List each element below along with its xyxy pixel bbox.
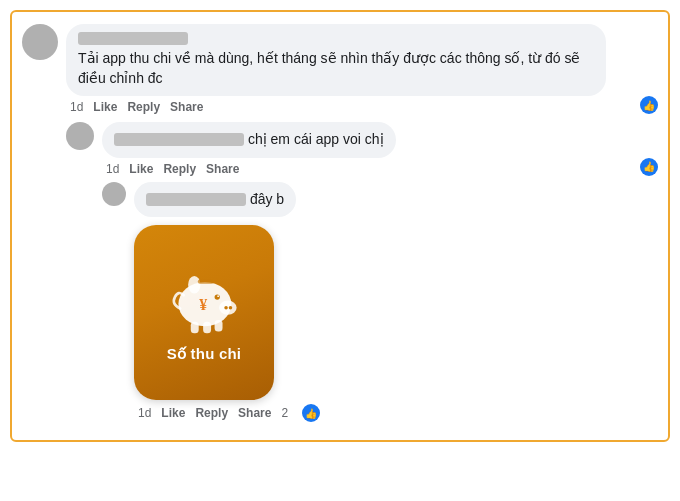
comment-content: Tải app thu chi về mà dùng, hết tháng sẽ… bbox=[66, 24, 658, 114]
share-button[interactable]: Share bbox=[170, 100, 203, 114]
reply2-text: đây b bbox=[246, 191, 284, 207]
comment-bubble: Tải app thu chi về mà dùng, hết tháng sẽ… bbox=[66, 24, 606, 96]
svg-rect-8 bbox=[203, 322, 211, 333]
reply2-time: 1d bbox=[138, 406, 151, 420]
reply-button[interactable]: Reply bbox=[127, 100, 160, 114]
action-row-wrapper: 1d Like Reply Share 👍 bbox=[66, 96, 658, 114]
reply-avatar bbox=[66, 122, 94, 150]
replies-level-1: chị em cái app voi chị 1d Like Reply Sha… bbox=[66, 122, 658, 424]
replies-level-2: đây b bbox=[102, 182, 658, 423]
svg-point-2 bbox=[224, 306, 228, 310]
reply-like-icon: 👍 bbox=[640, 158, 658, 176]
like-reaction-icon: 👍 bbox=[640, 96, 658, 114]
reply-comment-2: đây b bbox=[102, 182, 658, 423]
svg-rect-10 bbox=[198, 280, 214, 284]
svg-point-6 bbox=[217, 296, 219, 298]
reply2-username-redacted bbox=[146, 193, 246, 206]
reply-bubble: chị em cái app voi chị bbox=[102, 122, 396, 158]
comment-thread: Tải app thu chi về mà dùng, hết tháng sẽ… bbox=[22, 24, 658, 424]
reply2-like-count: 2 bbox=[281, 406, 288, 420]
svg-rect-7 bbox=[191, 322, 199, 333]
reply2-content: đây b bbox=[134, 182, 658, 423]
reply2-reply-button[interactable]: Reply bbox=[195, 406, 228, 420]
svg-point-4 bbox=[188, 276, 200, 294]
svg-rect-9 bbox=[215, 320, 223, 331]
reply-reply-button[interactable]: Reply bbox=[163, 162, 196, 176]
comment-time: 1d bbox=[70, 100, 83, 114]
reply-text: chị em cái app voi chị bbox=[244, 131, 384, 147]
reply2-share-button[interactable]: Share bbox=[238, 406, 271, 420]
reply-time: 1d bbox=[106, 162, 119, 176]
avatar bbox=[22, 24, 58, 60]
reply-action-bar: 1d Like Reply Share bbox=[106, 162, 239, 176]
svg-point-5 bbox=[215, 295, 220, 300]
piggy-bank-icon: ¥ bbox=[164, 260, 244, 335]
reply-username-redacted bbox=[114, 133, 244, 146]
reply-like-button[interactable]: Like bbox=[129, 162, 153, 176]
svg-text:¥: ¥ bbox=[199, 297, 207, 314]
reply2-like-button[interactable]: Like bbox=[161, 406, 185, 420]
reply2-like-icon: 👍 bbox=[302, 404, 320, 422]
like-button[interactable]: Like bbox=[93, 100, 117, 114]
comment-section: Tải app thu chi về mà dùng, hết tháng sẽ… bbox=[10, 10, 670, 442]
reply-content: chị em cái app voi chị 1d Like Reply Sha… bbox=[102, 122, 658, 176]
username-redacted bbox=[78, 32, 188, 45]
action-bar: 1d Like Reply Share bbox=[70, 100, 203, 114]
action-row-wrapper-r2: 1d Like Reply Share 2 👍 bbox=[134, 400, 658, 422]
reply-comment-1: chị em cái app voi chị 1d Like Reply Sha… bbox=[66, 122, 658, 176]
comment-text: Tải app thu chi về mà dùng, hết tháng sẽ… bbox=[78, 50, 580, 86]
reply2-action-bar: 1d Like Reply Share 2 👍 bbox=[138, 404, 320, 422]
action-row-wrapper-r1: 1d Like Reply Share 👍 bbox=[102, 158, 658, 176]
reply-share-button[interactable]: Share bbox=[206, 162, 239, 176]
reply2-avatar bbox=[102, 182, 126, 206]
svg-point-3 bbox=[229, 306, 233, 310]
app-card-label: Số thu chi bbox=[167, 345, 241, 363]
app-card[interactable]: ¥ Số thu chi bbox=[134, 225, 274, 400]
reply2-bubble: đây b bbox=[134, 182, 296, 218]
top-comment: Tải app thu chi về mà dùng, hết tháng sẽ… bbox=[22, 24, 658, 114]
